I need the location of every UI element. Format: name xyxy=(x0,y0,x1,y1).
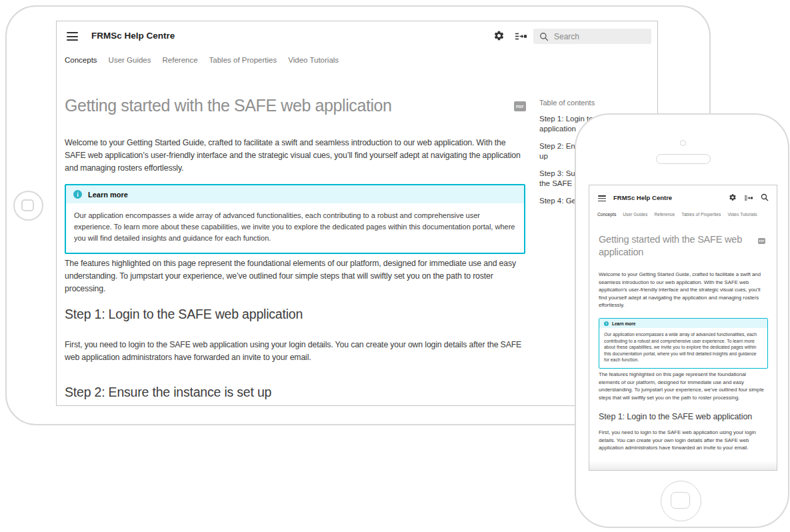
toc-title: Table of contents xyxy=(539,99,654,107)
step1-paragraph: First, you need to login to the SAFE web… xyxy=(599,429,768,452)
page-title: Getting started with the SAFE web applic… xyxy=(65,96,392,115)
phone-camera xyxy=(680,140,686,146)
tab-video-tutorials[interactable]: Video Tutorials xyxy=(727,212,757,217)
page-transition-icon[interactable] xyxy=(745,195,753,201)
tab-user-guides[interactable]: User Guides xyxy=(623,212,647,217)
search-input[interactable] xyxy=(554,32,641,41)
learn-more-callout: i Learn more Our application encompasses… xyxy=(65,184,525,254)
phone-home-button-square xyxy=(671,492,690,509)
pdf-icon[interactable]: PDF xyxy=(514,101,526,111)
gear-icon[interactable] xyxy=(493,30,505,41)
tab-concepts[interactable]: Concepts xyxy=(597,212,616,217)
tab-tables-of-properties[interactable]: Tables of Properties xyxy=(681,212,721,217)
search-box[interactable] xyxy=(533,29,651,44)
step1-heading: Step 1: Login to the SAFE web applicatio… xyxy=(65,307,303,322)
tab-video-tutorials[interactable]: Video Tutorials xyxy=(288,56,339,64)
tab-reference[interactable]: Reference xyxy=(163,56,198,64)
callout-body: Our application encompasses a wide array… xyxy=(66,203,524,253)
phone-screen: FRMSc Help Centre xyxy=(589,185,777,471)
callout-title: Learn more xyxy=(612,321,635,326)
search-icon xyxy=(539,32,549,41)
tab-concepts[interactable]: Concepts xyxy=(65,56,97,64)
page-transition-icon[interactable] xyxy=(515,33,527,40)
intro-paragraph: Welcome to your Getting Started Guide, c… xyxy=(65,137,526,175)
pdf-icon[interactable]: PDF xyxy=(758,238,765,244)
page-title: Getting started with the SAFE web applic… xyxy=(599,233,756,259)
step1-heading: Step 1: Login to the SAFE web applicatio… xyxy=(599,412,752,421)
callout-header: i Learn more xyxy=(66,185,524,203)
callout-body: Our application encompasses a wide array… xyxy=(599,328,767,368)
learn-more-callout: i Learn more Our application encompasses… xyxy=(599,318,768,369)
app-title: FRMSc Help Centre xyxy=(613,194,672,201)
top-navigation: Concepts User Guides Reference Tables of… xyxy=(65,56,339,64)
menu-icon[interactable] xyxy=(598,195,606,201)
tablet-home-button-square xyxy=(21,199,34,211)
app-title: FRMSc Help Centre xyxy=(91,31,175,41)
gear-icon[interactable] xyxy=(729,193,737,201)
features-paragraph: The features highlighted on this page re… xyxy=(599,371,768,401)
step2-heading: Step 2: Ensure the instance is set up xyxy=(65,385,271,400)
info-icon: i xyxy=(73,190,82,199)
phone-device-frame: FRMSc Help Centre xyxy=(575,113,789,528)
app-header: FRMSc Help Centre xyxy=(57,21,657,52)
top-navigation: Concepts User Guides Reference Tables of… xyxy=(597,212,757,217)
features-paragraph: The features highlighted on this page re… xyxy=(65,257,526,295)
callout-title: Learn more xyxy=(88,191,128,199)
intro-paragraph: Welcome to your Getting Started Guide, c… xyxy=(599,271,768,309)
menu-icon[interactable] xyxy=(67,32,78,41)
phone-speaker xyxy=(656,154,711,164)
tablet-screen: FRMSc Help Centre xyxy=(56,21,658,406)
tablet-home-button[interactable] xyxy=(13,191,43,221)
search-icon[interactable] xyxy=(761,193,769,201)
info-icon: i xyxy=(604,321,609,326)
tab-user-guides[interactable]: User Guides xyxy=(109,56,151,64)
step1-paragraph: First, you need to login to the SAFE web… xyxy=(65,339,526,364)
callout-header: i Learn more xyxy=(599,319,767,328)
tab-reference[interactable]: Reference xyxy=(654,212,675,217)
phone-home-button[interactable] xyxy=(661,481,701,521)
tab-tables-of-properties[interactable]: Tables of Properties xyxy=(209,56,277,64)
screen-bottom-shade xyxy=(589,461,777,470)
